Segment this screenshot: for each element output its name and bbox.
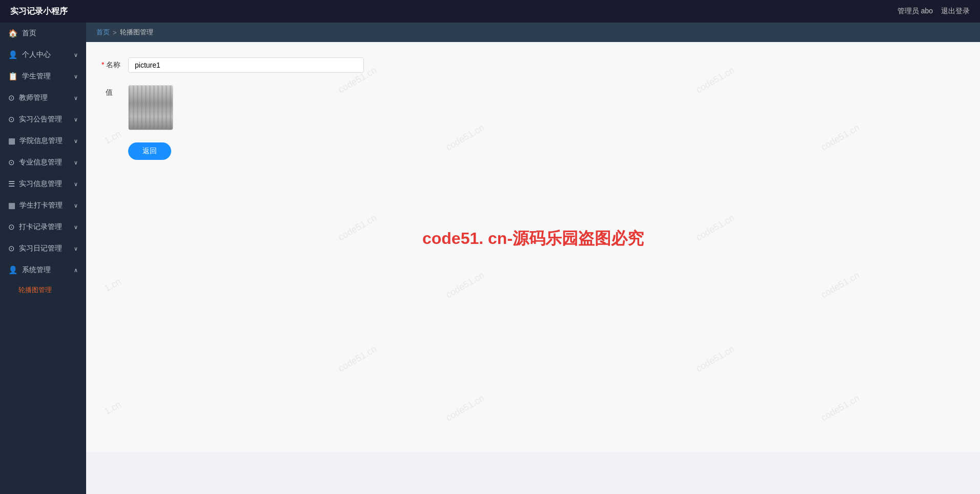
sidebar-item-college-label: 学院信息管理 — [19, 136, 63, 146]
top-nav: 实习记录小程序 管理员 abo 退出登录 — [0, 0, 980, 23]
sidebar-item-teacher-label: 教师管理 — [19, 93, 48, 102]
punch-icon: ⊙ — [8, 222, 15, 232]
watermark-7: code51.cn — [694, 213, 736, 243]
home-icon: 🏠 — [8, 29, 18, 38]
chevron-down-icon: ∨ — [74, 116, 78, 123]
app-title: 实习记录小程序 — [10, 6, 68, 17]
sidebar-item-diary[interactable]: ⊙ 实习日记管理 ∨ — [0, 238, 86, 259]
watermark-14: code51.cn — [444, 393, 486, 424]
sidebar-item-internship-info[interactable]: ☰ 实习信息管理 ∨ — [0, 173, 86, 195]
value-label: 值 — [101, 85, 122, 97]
sidebar-item-punch[interactable]: ⊙ 打卡记录管理 ∨ — [0, 216, 86, 238]
chevron-up-icon: ∧ — [74, 267, 78, 274]
announce-icon: ⊙ — [8, 115, 15, 124]
chevron-down-icon: ∨ — [74, 224, 78, 231]
chevron-down-icon: ∨ — [74, 181, 78, 188]
sidebar-item-diary-label: 实习日记管理 — [19, 244, 62, 253]
system-icon: 👤 — [8, 265, 18, 275]
breadcrumb-separator: > — [113, 29, 117, 36]
watermark-6: code51.cn — [337, 213, 379, 243]
sidebar-item-major-label: 专业信息管理 — [19, 158, 62, 167]
sidebar-sub-item-carousel-label: 轮播图管理 — [18, 286, 52, 294]
sidebar-item-system-label: 系统管理 — [22, 265, 51, 275]
chevron-down-icon: ∨ — [74, 52, 78, 58]
form-wrapper: * 名称 值 返回 — [101, 57, 965, 160]
top-nav-right: 管理员 abo 退出登录 — [897, 7, 970, 16]
student-icon: 📋 — [8, 72, 18, 81]
sidebar-item-home[interactable]: 🏠 首页 — [0, 23, 86, 44]
sidebar-item-profile-label: 个人中心 — [22, 50, 51, 59]
chevron-down-icon: ∨ — [74, 73, 78, 80]
logout-button[interactable]: 退出登录 — [941, 7, 970, 16]
breadcrumb-home[interactable]: 首页 — [96, 28, 110, 37]
sidebar-item-system[interactable]: 👤 系统管理 ∧ — [0, 259, 86, 281]
watermark-11: code51.cn — [337, 344, 379, 375]
teacher-icon: ⊙ — [8, 93, 15, 102]
name-input[interactable] — [128, 57, 364, 73]
watermark-10: code51.cn — [819, 270, 861, 301]
sidebar-item-checkin[interactable]: ▦ 学生打卡管理 ∨ — [0, 195, 86, 216]
layout: 🏠 首页 👤 个人中心 ∨ 📋 学生管理 ∨ ⊙ 教师管理 ∨ ⊙ 实习公告管理… — [0, 23, 980, 494]
name-row: * 名称 — [101, 57, 965, 73]
college-icon: ▦ — [8, 136, 15, 146]
diary-icon: ⊙ — [8, 244, 15, 253]
image-inner — [129, 86, 173, 130]
sidebar-item-checkin-label: 学生打卡管理 — [19, 201, 63, 210]
sidebar-item-student[interactable]: 📋 学生管理 ∨ — [0, 66, 86, 87]
chevron-down-icon: ∨ — [74, 159, 78, 166]
sidebar-item-internship-info-label: 实习信息管理 — [19, 179, 62, 189]
major-icon: ⊙ — [8, 158, 15, 167]
sidebar: 🏠 首页 👤 个人中心 ∨ 📋 学生管理 ∨ ⊙ 教师管理 ∨ ⊙ 实习公告管理… — [0, 23, 86, 494]
sidebar-item-student-label: 学生管理 — [22, 72, 51, 81]
name-label: * 名称 — [101, 57, 122, 70]
sidebar-item-teacher[interactable]: ⊙ 教师管理 ∨ — [0, 87, 86, 109]
profile-icon: 👤 — [8, 50, 18, 59]
center-watermark: code51. cn-源码乐园盗图必究 — [422, 228, 644, 250]
return-button[interactable]: 返回 — [128, 142, 171, 160]
sidebar-item-profile[interactable]: 👤 个人中心 ∨ — [0, 44, 86, 66]
sidebar-item-announce[interactable]: ⊙ 实习公告管理 ∨ — [0, 109, 86, 130]
content-area: code51.cn code51.cn 1.cn code51.cn code5… — [86, 42, 980, 452]
watermark-12: code51.cn — [694, 344, 736, 375]
sidebar-item-home-label: 首页 — [22, 29, 36, 38]
sidebar-item-college[interactable]: ▦ 学院信息管理 ∨ — [0, 130, 86, 152]
chevron-down-icon: ∨ — [74, 95, 78, 101]
checkin-icon: ▦ — [8, 201, 15, 210]
sidebar-item-announce-label: 实习公告管理 — [19, 115, 62, 124]
admin-label: 管理员 abo — [897, 7, 933, 16]
watermark-8: 1.cn — [103, 276, 123, 294]
internship-info-icon: ☰ — [8, 179, 15, 189]
watermark-15: code51.cn — [819, 393, 861, 424]
watermark-9: code51.cn — [444, 270, 486, 301]
sidebar-sub-item-carousel[interactable]: 轮播图管理 — [0, 281, 86, 299]
sidebar-item-punch-label: 打卡记录管理 — [19, 222, 62, 232]
button-row: 返回 — [101, 142, 965, 160]
value-row: 值 — [101, 85, 965, 130]
watermark-13: 1.cn — [103, 399, 123, 417]
breadcrumb: 首页 > 轮播图管理 — [86, 23, 980, 42]
chevron-down-icon: ∨ — [74, 245, 78, 252]
required-mark: * — [101, 60, 104, 69]
chevron-down-icon: ∨ — [74, 138, 78, 145]
chevron-down-icon: ∨ — [74, 202, 78, 209]
breadcrumb-current: 轮播图管理 — [120, 28, 153, 37]
image-preview — [128, 85, 173, 130]
main-content: 首页 > 轮播图管理 code51.cn code51.cn 1.cn code… — [86, 23, 980, 494]
sidebar-item-major[interactable]: ⊙ 专业信息管理 ∨ — [0, 152, 86, 173]
